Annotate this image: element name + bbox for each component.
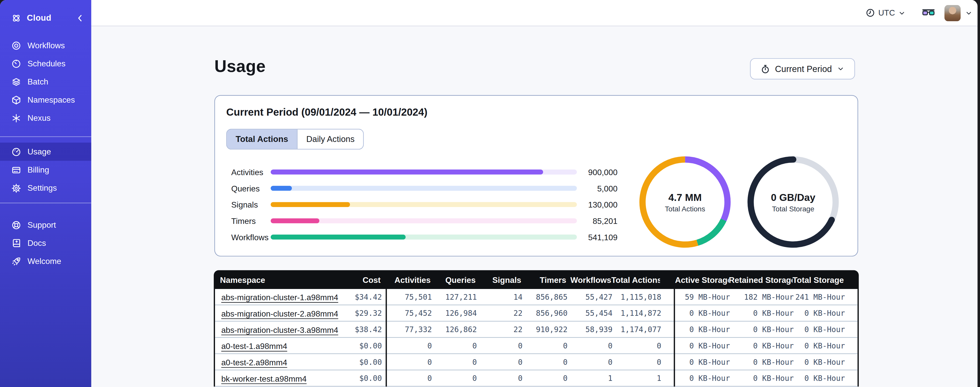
cost-cell: $0.00: [347, 357, 387, 366]
table-row: bk-worker-test.a98mm4 $0.00 0 0 0 0 1 1 …: [215, 370, 858, 387]
table-group-divider: [386, 289, 387, 387]
workflows-cell: 0: [568, 341, 612, 350]
sidebar-item-batch[interactable]: Batch: [0, 72, 91, 91]
gear-icon: [11, 183, 21, 193]
donut-center: 0 GB/Day Total Storage: [746, 155, 840, 249]
table-row: a0-test-1.a98mm4 $0.00 0 0 0 0 0 0 0 KB-…: [215, 338, 858, 354]
timers-cell: 910,922: [522, 325, 567, 334]
sidebar-item-support[interactable]: Support: [0, 216, 91, 234]
table-header-row: Namespace Cost Activities Queries Signal…: [214, 270, 859, 289]
user-avatar[interactable]: [944, 5, 961, 21]
sidebar-item-settings[interactable]: Settings: [0, 179, 91, 197]
app-window: Cloud Workflows Schedules: [0, 0, 977, 387]
sidebar-item-schedules[interactable]: Schedules: [0, 54, 91, 72]
schedule-clock-icon: [11, 58, 21, 69]
bar-value: 541,109: [577, 232, 617, 242]
retained-storage-cell: 182 MB-Hour: [730, 293, 794, 301]
temporal-logo-icon: [11, 13, 21, 23]
col-header-retained-storage: Retained Storage: [729, 275, 792, 285]
active-storage-cell: 0 KB-Hour: [676, 374, 730, 382]
tab-total-actions[interactable]: Total Actions: [227, 130, 297, 149]
bar-fill: [270, 186, 292, 191]
bar-label: Timers: [231, 216, 270, 225]
namespace-link[interactable]: a0-test-1.a98mm4: [221, 341, 287, 351]
cost-cell: $29.32: [347, 309, 387, 317]
total-actions-value: 4.7 MM: [668, 192, 702, 203]
sidebar: Cloud Workflows Schedules: [0, 0, 91, 387]
bar-value: 900,000: [577, 167, 617, 177]
bar-row-queries: Queries 5,000: [231, 180, 617, 197]
bar-value: 130,000: [577, 200, 617, 209]
bar-fill: [270, 202, 350, 207]
queries-cell: 127,211: [432, 293, 477, 301]
queries-cell: 0: [432, 374, 477, 382]
activities-cell: 75,501: [388, 293, 432, 301]
sidebar-item-docs[interactable]: Docs: [0, 234, 91, 252]
retained-storage-cell: 0 KB-Hour: [730, 341, 794, 350]
total-storage-cell: 0 KB-Hour: [794, 325, 845, 334]
retained-storage-cell: 0 KB-Hour: [730, 357, 794, 366]
timers-cell: 856,865: [522, 293, 567, 301]
donut-center: 4.7 MM Total Actions: [638, 155, 732, 249]
sidebar-item-namespaces[interactable]: Namespaces: [0, 91, 91, 109]
col-header-total-actions: Total Actions: [611, 275, 660, 285]
active-storage-cell: 59 MB-Hour: [676, 293, 730, 301]
workflows-cell: 0: [568, 357, 612, 366]
signals-cell: 22: [477, 309, 523, 317]
gauge-icon: [11, 147, 21, 157]
book-icon: [11, 238, 21, 248]
table-row: abs-migration-cluster-2.a98mm4 $29.32 75…: [215, 305, 858, 321]
bar-track: [270, 235, 577, 240]
sidebar-brand-row: Cloud: [0, 9, 91, 27]
table-row: a0-test-2.a98mm4 $0.00 0 0 0 0 0 0 0 KB-…: [215, 354, 858, 370]
chevron-down-icon: [898, 9, 905, 17]
signals-cell: 22: [477, 325, 523, 334]
stopwatch-icon: [760, 64, 770, 74]
usage-summary-card: Current Period (09/01/2024 — 10/01/2024)…: [214, 95, 858, 256]
sidebar-item-billing[interactable]: Billing: [0, 161, 91, 179]
namespace-cube-icon: [11, 95, 21, 105]
namespace-link[interactable]: bk-worker-test.a98mm4: [221, 374, 307, 383]
bar-value: 5,000: [577, 184, 617, 193]
bar-value: 85,201: [577, 216, 617, 225]
cost-cell: $34.42: [347, 293, 387, 301]
sidebar-item-nexus[interactable]: Nexus: [0, 109, 91, 127]
namespace-link[interactable]: abs-migration-cluster-1.a98mm4: [221, 293, 338, 302]
table-row: abs-migration-cluster-3.a98mm4 $38.42 77…: [215, 321, 858, 338]
bar-fill: [270, 170, 543, 174]
actions-bar-chart: Activities 900,000 Queries 5,000 Signals…: [231, 164, 617, 245]
namespace-link[interactable]: abs-migration-cluster-2.a98mm4: [221, 309, 338, 318]
cost-cell: $0.00: [347, 341, 387, 350]
namespace-link[interactable]: a0-test-2.a98mm4: [221, 357, 287, 367]
sidebar-divider: [0, 136, 91, 137]
bar-label: Activities: [231, 167, 270, 177]
activities-cell: 77,332: [388, 325, 432, 334]
page-title: Usage: [214, 57, 266, 76]
tab-daily-actions[interactable]: Daily Actions: [297, 130, 363, 149]
queries-cell: 0: [432, 357, 477, 366]
namespace-usage-table: Namespace Cost Activities Queries Signal…: [214, 270, 859, 387]
sidebar-item-workflows[interactable]: Workflows: [0, 36, 91, 54]
col-header-signals: Signals: [476, 275, 521, 285]
timers-cell: 856,960: [522, 309, 567, 317]
bar-label: Workflows: [231, 232, 270, 242]
timezone-selector[interactable]: UTC: [866, 8, 905, 18]
total-storage-cell: 0 KB-Hour: [794, 341, 845, 350]
sidebar-item-usage[interactable]: Usage: [0, 143, 91, 161]
sidebar-collapse-button[interactable]: [75, 13, 85, 23]
namespace-link[interactable]: abs-migration-cluster-3.a98mm4: [221, 325, 338, 334]
rocket-icon: [11, 256, 21, 266]
active-storage-cell: 0 KB-Hour: [676, 309, 730, 317]
total-actions-cell: 0: [612, 341, 661, 350]
account-menu-chevron-icon[interactable]: [965, 9, 972, 17]
activities-cell: 0: [388, 374, 432, 382]
card-title: Current Period (09/01/2024 — 10/01/2024): [226, 106, 428, 118]
sidebar-item-welcome[interactable]: Welcome: [0, 252, 91, 270]
signals-cell: 0: [477, 341, 523, 350]
period-selector-button[interactable]: Current Period: [750, 58, 855, 79]
total-storage-value: 0 GB/Day: [771, 192, 815, 203]
workflows-cell: 58,939: [568, 325, 612, 334]
sidebar-group-account: Usage Billing Settings: [0, 143, 91, 197]
feedback-glasses-icon[interactable]: [922, 8, 935, 17]
queries-cell: 126,984: [432, 309, 477, 317]
